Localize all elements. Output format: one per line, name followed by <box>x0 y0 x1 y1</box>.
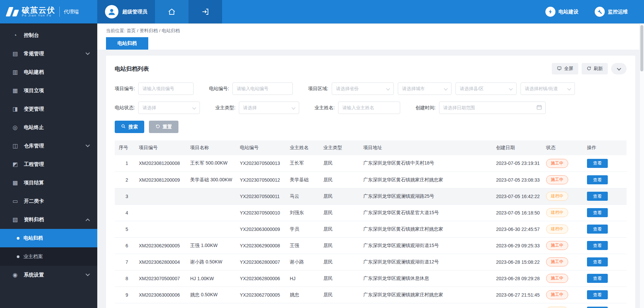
cell-project-no: XM2023062900005 <box>136 237 187 254</box>
fullscreen-button[interactable]: 全屏 <box>552 63 578 74</box>
region-select-1[interactable]: 请选择省份 <box>332 82 394 95</box>
view-button[interactable]: 查看 <box>587 241 608 250</box>
cell-index: 3 <box>115 188 136 204</box>
cell-owner-name: HJ <box>286 270 320 287</box>
created-time-label: 创建时间: <box>416 105 436 111</box>
cell-created: 2023-07-05 23:19:31 <box>493 155 543 172</box>
view-button[interactable]: 查看 <box>587 208 608 217</box>
sidebar-item-console[interactable]: ◔ 控制台 <box>0 26 97 45</box>
breadcrumb-item[interactable]: 电站归档 <box>162 28 180 33</box>
cell-station-no: YX2023070500010 <box>236 204 286 221</box>
sidebar-item-engineering-mgmt[interactable]: ◩ 工程管理 <box>0 155 97 174</box>
cell-owner-name: 学员 <box>286 221 320 237</box>
top-header: 破茧云伏 Po Jian Yun Fu 代理端 超级管理员 <box>0 0 644 23</box>
cell-owner-name: 马云 <box>286 188 320 204</box>
cell-owner-type: 居民 <box>320 204 360 221</box>
logout-button[interactable] <box>189 0 222 23</box>
home-button[interactable] <box>155 0 189 23</box>
table-row: 3 YX2023070500011 马云 居民 广东深圳龙华区观澜镇观湖路25号… <box>115 188 627 204</box>
cell-project-no <box>136 303 187 308</box>
cell-owner-name: 美学基础 <box>286 172 320 188</box>
card-icon: ▭ <box>11 198 19 205</box>
sidebar-item-station-terminate[interactable]: ◎ 电站终止 <box>0 118 97 137</box>
chevron-down-icon <box>86 51 90 55</box>
select-placeholder: 请选择 <box>243 105 257 111</box>
cell-owner-type: 居民 <box>320 237 360 254</box>
view-button[interactable]: 查看 <box>587 159 608 168</box>
scrollbar-thumb[interactable] <box>640 25 643 71</box>
sidebar-item-general-mgmt[interactable]: ▤ 常规管理 <box>0 45 97 63</box>
region-select-4[interactable]: 请选择村镇/街道 <box>521 82 575 95</box>
cell-index: 4 <box>115 204 136 221</box>
breadcrumb-item[interactable]: 资料归档 <box>140 28 158 33</box>
region-select-2[interactable]: 请选择城市 <box>398 82 451 95</box>
cell-address: 广东深圳龙华区黄石镇中关村18号 <box>360 155 493 172</box>
collapse-button[interactable] <box>611 63 627 74</box>
column-header: 项目名称 <box>187 140 236 155</box>
view-button[interactable]: 查看 <box>587 307 608 308</box>
station-no-input[interactable] <box>232 82 293 95</box>
logo-title: 破茧云伏 <box>22 6 55 14</box>
region-select-3[interactable]: 请选择县/区 <box>455 82 517 95</box>
cell-owner-name: 姚忠 <box>286 303 320 308</box>
cell-project-name <box>187 188 236 204</box>
cell-project-no <box>136 221 187 237</box>
sidebar-item-warehouse-mgmt[interactable]: ◫ 仓库管理 <box>0 137 97 155</box>
created-time-input[interactable] <box>439 102 546 114</box>
status-badge: 施工中 <box>546 290 568 299</box>
sidebar-item-system-settings[interactable]: ◉ 系统设置 <box>0 266 97 284</box>
scrollbar[interactable] <box>639 23 644 308</box>
breadcrumb-item[interactable]: 首页 <box>127 28 136 33</box>
portal-label: 代理端 <box>64 9 79 15</box>
sidebar-item-project-initiation[interactable]: ▦ 项目立项 <box>0 81 97 100</box>
sidebar-subitem-station-archive[interactable]: 电站归档 <box>0 229 97 247</box>
search-button[interactable]: 搜索 <box>115 121 144 133</box>
cell-index: 7 <box>115 254 136 270</box>
sidebar-item-project-settlement[interactable]: ▩ 项目结算 <box>0 174 97 192</box>
cell-project-name: 美学基础 300.00KW <box>187 172 236 188</box>
user-menu[interactable]: 超级管理员 <box>97 0 155 23</box>
column-header: 序号 <box>115 140 136 155</box>
project-no-label: 项目编号: <box>115 86 135 92</box>
status-badge: 建档中 <box>546 307 568 308</box>
sidebar-subitem-owner-archive[interactable]: 业主档案 <box>0 247 97 266</box>
sidebar-item-change-mgmt[interactable]: ◨ 变更管理 <box>0 100 97 118</box>
search-button-label: 搜索 <box>128 124 138 130</box>
bullet-icon <box>17 237 19 240</box>
view-button[interactable]: 查看 <box>587 274 608 283</box>
tab-station-archive[interactable]: 电站归档 <box>106 37 148 50</box>
nav-station-build[interactable]: 电站建设 <box>545 0 579 23</box>
archive-icon: ▧ <box>11 216 19 223</box>
cell-station-no: YX2023062800006 <box>236 270 286 287</box>
cell-owner-name: 刘强东 <box>286 204 320 221</box>
table-row: 10 YX2023062500004 姚忠 居民 广东深圳龙华区观澜镇姚家庄村姚… <box>115 303 627 308</box>
view-button[interactable]: 查看 <box>587 175 608 184</box>
view-button[interactable]: 查看 <box>587 225 608 234</box>
search-icon <box>121 124 126 130</box>
filter-row-2: 电站状态: 请选择 业主类型: 请选择 业主 <box>115 102 627 114</box>
sidebar-item-second-card[interactable]: ▭ 开二类卡 <box>0 192 97 210</box>
view-button[interactable]: 查看 <box>587 290 608 299</box>
sidebar-item-station-create[interactable]: ▥ 电站建档 <box>0 63 97 81</box>
cell-owner-type: 居民 <box>320 188 360 204</box>
view-button[interactable]: 查看 <box>587 192 608 201</box>
station-status-select[interactable]: 请选择 <box>138 102 200 114</box>
view-button[interactable]: 查看 <box>587 257 608 266</box>
change-icon: ◨ <box>11 106 19 113</box>
cell-project-no: XM2023062800004 <box>136 254 187 270</box>
status-badge: 施工中 <box>546 274 568 283</box>
owner-type-select[interactable]: 请选择 <box>239 102 299 114</box>
project-no-input[interactable] <box>138 82 194 95</box>
cell-owner-name: 姚忠 <box>286 287 320 303</box>
app-root: 破茧云伏 Po Jian Yun Fu 代理端 超级管理员 <box>0 0 644 308</box>
logo: 破茧云伏 Po Jian Yun Fu 代理端 <box>0 0 97 23</box>
nav-monitor-ops[interactable]: 监控运维 <box>595 0 628 23</box>
reset-button[interactable]: 重置 <box>149 121 178 133</box>
cell-project-no <box>136 188 187 204</box>
cell-project-no: XM2023063000006 <box>136 287 187 303</box>
owner-name-input[interactable] <box>338 102 400 114</box>
content-area: 电站归档列表 全屏 <box>97 50 644 308</box>
refresh-button[interactable]: 刷新 <box>582 63 608 74</box>
cell-created: 2023-06-28 15:08:22 <box>493 254 543 270</box>
sidebar-item-data-archive[interactable]: ▧ 资料归档 <box>0 210 97 229</box>
